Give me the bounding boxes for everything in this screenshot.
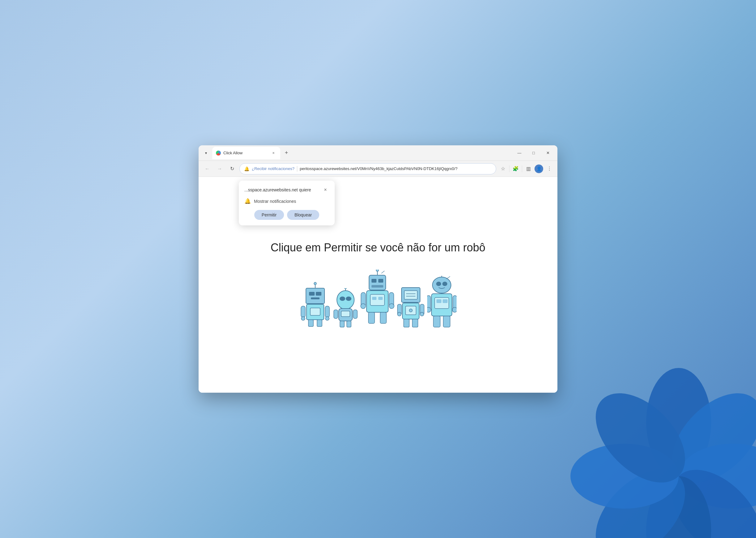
- allow-button[interactable]: Permitir: [254, 210, 284, 220]
- svg-rect-10: [316, 292, 321, 296]
- minimize-button[interactable]: —: [512, 147, 526, 159]
- tab-title: Click Allow: [223, 151, 268, 155]
- svg-rect-36: [372, 285, 383, 288]
- browser-window: ▾ Click Allow × + — □ ✕ ← → ↻ 🔔 ¿Recibir…: [199, 145, 557, 393]
- popup-header: ...sspace.azurewebsites.net quiere ×: [244, 186, 329, 193]
- popup-permission-text: Mostrar notificaciones: [254, 199, 296, 204]
- close-button[interactable]: ✕: [541, 147, 555, 159]
- svg-rect-28: [341, 311, 350, 317]
- svg-rect-18: [301, 306, 305, 317]
- title-bar: ▾ Click Allow × + — □ ✕: [199, 145, 557, 161]
- notification-popup: ...sspace.azurewebsites.net quiere × 🔔 M…: [239, 181, 335, 225]
- popup-site-name: ...sspace.azurewebsites.net quiere: [244, 188, 311, 192]
- maximize-button[interactable]: □: [526, 147, 541, 159]
- profile-button[interactable]: 👤: [535, 165, 543, 173]
- robot-1: [300, 279, 331, 328]
- forward-button[interactable]: →: [215, 164, 225, 174]
- svg-point-62: [420, 312, 424, 316]
- svg-point-23: [340, 296, 345, 301]
- svg-point-26: [344, 288, 347, 289]
- tab-strip: Click Allow × +: [212, 147, 511, 159]
- refresh-button[interactable]: ↻: [227, 164, 237, 174]
- page-heading: Clique em Permitir se você não for um ro…: [271, 241, 485, 254]
- svg-rect-17: [317, 320, 322, 327]
- svg-rect-57: [404, 319, 409, 327]
- popup-permission-row: 🔔 Mostrar notificaciones: [244, 198, 329, 204]
- svg-rect-58: [412, 319, 418, 327]
- svg-point-24: [346, 296, 351, 301]
- svg-rect-33: [369, 275, 386, 290]
- svg-point-38: [376, 270, 378, 271]
- svg-rect-42: [372, 297, 377, 300]
- svg-point-78: [452, 307, 457, 312]
- sidebar-button[interactable]: ▥: [524, 165, 533, 173]
- address-divider: [297, 166, 297, 172]
- tab-favicon: [216, 151, 221, 155]
- svg-point-77: [427, 307, 431, 312]
- bookmark-button[interactable]: ☆: [498, 165, 507, 173]
- svg-point-65: [442, 282, 447, 286]
- page-content: ...sspace.azurewebsites.net quiere × 🔔 M…: [199, 177, 557, 393]
- new-tab-button[interactable]: +: [281, 148, 291, 158]
- toolbar-icons: ☆ 🧩 ▥ 👤 ⋮: [498, 165, 554, 173]
- menu-button[interactable]: ⋮: [545, 165, 554, 173]
- popup-close-button[interactable]: ×: [322, 186, 329, 193]
- svg-point-56: [409, 309, 412, 312]
- svg-rect-43: [378, 297, 382, 300]
- address-bar[interactable]: 🔔 ¿Recibir notificaciones? peritosspace.…: [239, 163, 496, 174]
- svg-point-21: [325, 317, 329, 320]
- notification-bell-icon: 🔔: [244, 166, 249, 171]
- extensions-button[interactable]: 🧩: [511, 165, 520, 173]
- svg-rect-11: [311, 297, 320, 299]
- active-tab[interactable]: Click Allow ×: [212, 147, 280, 159]
- svg-rect-72: [443, 299, 447, 303]
- back-button[interactable]: ←: [202, 164, 212, 174]
- svg-point-61: [397, 312, 401, 316]
- svg-point-20: [301, 317, 305, 320]
- toolbar-separator-2: [522, 165, 522, 172]
- svg-point-64: [436, 282, 441, 286]
- svg-rect-41: [370, 295, 384, 305]
- svg-rect-71: [436, 299, 441, 303]
- svg-point-13: [314, 282, 317, 285]
- svg-rect-44: [369, 312, 375, 323]
- block-button[interactable]: Bloquear: [287, 210, 319, 220]
- svg-rect-30: [347, 321, 351, 327]
- svg-rect-51: [404, 291, 417, 299]
- robot-4: [397, 282, 425, 328]
- svg-point-63: [433, 277, 451, 293]
- svg-line-68: [446, 276, 450, 279]
- window-controls: — □ ✕: [512, 147, 555, 159]
- svg-point-48: [361, 304, 366, 308]
- svg-rect-34: [372, 279, 377, 283]
- popup-bell-icon: 🔔: [244, 198, 251, 204]
- svg-line-39: [381, 271, 384, 273]
- svg-point-22: [337, 291, 354, 309]
- svg-rect-29: [340, 321, 344, 327]
- address-bar-row: ← → ↻ 🔔 ¿Recibir notificaciones? peritos…: [199, 161, 557, 177]
- svg-rect-9: [309, 292, 315, 296]
- robots-illustration: [300, 267, 457, 328]
- svg-rect-45: [380, 312, 386, 323]
- svg-rect-32: [353, 310, 357, 318]
- svg-rect-73: [434, 316, 440, 327]
- svg-rect-74: [443, 316, 450, 327]
- url-text: peritosspace.azurewebsites.net/V0MnVNy46…: [300, 166, 492, 171]
- notification-prompt: ¿Recibir notificaciones?: [252, 166, 295, 171]
- robot-3: [360, 270, 394, 328]
- svg-rect-19: [325, 306, 329, 317]
- robot-2: [333, 288, 358, 328]
- tab-close-button[interactable]: ×: [270, 150, 276, 156]
- svg-rect-15: [310, 308, 320, 315]
- robot-5: [427, 276, 457, 328]
- svg-rect-35: [378, 279, 383, 283]
- svg-rect-8: [306, 288, 324, 304]
- tab-dropdown-button[interactable]: ▾: [201, 148, 211, 158]
- toolbar-separator: [509, 165, 509, 172]
- popup-buttons: Permitir Bloquear: [244, 210, 329, 220]
- svg-rect-16: [309, 320, 313, 327]
- svg-point-49: [389, 304, 394, 308]
- svg-rect-31: [334, 310, 338, 318]
